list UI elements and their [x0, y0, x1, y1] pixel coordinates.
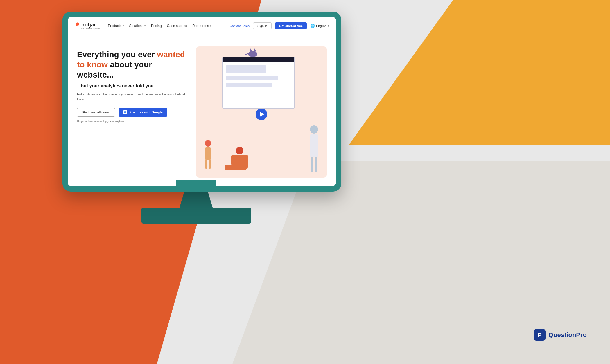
lang-arrow: ▾: [328, 24, 329, 27]
nav-actions: Contact Sales Sign in Get started free 🌐…: [229, 22, 329, 29]
hero-subheadline: ...but your analytics never told you.: [77, 83, 187, 89]
start-free-google-button[interactable]: G Start free with Google: [119, 108, 167, 117]
nav-resources[interactable]: Resources ▾: [192, 24, 211, 28]
hero-illustration: [196, 46, 327, 178]
monitor-frame: hotjar by Contentsquare Products ▾ Solut…: [62, 12, 341, 192]
hero-buttons: Start free with email G Start free with …: [77, 108, 187, 117]
questionpro-icon: P: [534, 329, 546, 341]
character-2: [231, 147, 248, 170]
char3-legs: [310, 157, 318, 172]
char3-leg-right: [315, 157, 317, 172]
solutions-arrow: ▾: [144, 24, 146, 27]
char1-body: [205, 147, 211, 160]
logo-area: hotjar by Contentsquare: [75, 22, 100, 30]
nav-pricing[interactable]: Pricing: [151, 24, 162, 28]
nav-case-studies[interactable]: Case studies: [167, 24, 187, 28]
logo-text: hotjar: [81, 22, 96, 28]
navbar: hotjar by Contentsquare Products ▾ Solut…: [68, 17, 336, 35]
char3-leg-left: [311, 157, 313, 172]
char1-legs: [205, 160, 211, 169]
monitor-screen: hotjar by Contentsquare Products ▾ Solut…: [68, 17, 336, 186]
char2-head: [236, 147, 243, 154]
illustration-screen: [222, 57, 295, 109]
resources-arrow: ▾: [210, 24, 211, 27]
sign-in-button[interactable]: Sign in: [253, 22, 272, 29]
screen-row-3: [226, 83, 272, 87]
hero-headline: Everything you ever wanted to know about…: [77, 49, 187, 80]
hotjar-logo-icon: [75, 22, 80, 27]
char1-head: [205, 140, 211, 147]
screen-row-2: [226, 76, 278, 80]
character-3: [310, 125, 318, 172]
char1-leg-right: [209, 160, 211, 169]
character-1: [205, 140, 211, 169]
char2-body: [231, 155, 248, 165]
logo-sub: by Contentsquare: [81, 27, 100, 30]
hero-section: Everything you ever wanted to know about…: [68, 35, 336, 186]
char3-head: [310, 125, 318, 134]
language-selector[interactable]: 🌐 English ▾: [310, 24, 329, 28]
screen-body: [223, 62, 294, 90]
products-arrow: ▾: [123, 24, 124, 27]
screen-bar: [223, 57, 294, 62]
free-forever-note: Hotjar is free forever. Upgrade anytime: [77, 120, 187, 123]
bg-top-right: [349, 0, 610, 145]
google-icon: G: [123, 110, 127, 114]
char3-body: [310, 134, 318, 157]
screen-row-1: [226, 65, 266, 73]
hero-description: Hotjar shows you the numbers you need—an…: [77, 92, 187, 102]
logo-main: hotjar: [75, 22, 100, 28]
globe-icon: 🌐: [310, 24, 315, 28]
char1-leg-left: [205, 160, 207, 169]
monitor-stand-bump: [176, 180, 216, 192]
nav-links: Products ▾ Solutions ▾ Pricing Case stud…: [108, 24, 229, 28]
hero-content: Everything you ever wanted to know about…: [77, 46, 187, 178]
questionpro-brand: P QuestionPro: [534, 329, 587, 341]
monitor-stand-base: [141, 208, 251, 224]
get-started-button[interactable]: Get started free: [275, 22, 307, 29]
contact-sales-link[interactable]: Contact Sales: [229, 24, 249, 28]
nav-products[interactable]: Products ▾: [108, 24, 124, 28]
play-button-illustration: [256, 109, 267, 120]
start-free-email-button[interactable]: Start free with email: [77, 108, 115, 117]
questionpro-text: QuestionPro: [548, 331, 587, 339]
char2-legs: [225, 165, 248, 170]
nav-solutions[interactable]: Solutions ▾: [129, 24, 146, 28]
